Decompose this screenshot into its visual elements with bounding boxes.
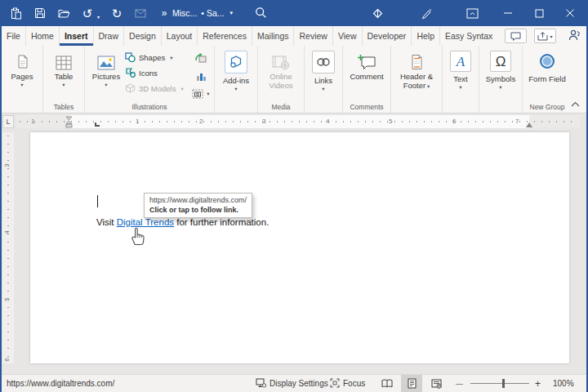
zoom-slider-track[interactable] [470, 383, 529, 384]
media-group-label: Media [271, 101, 290, 113]
table-button[interactable]: Table ▾ [46, 47, 82, 88]
email-icon [134, 7, 147, 20]
ribbon-group-header-footer: Header & Footer▾ [391, 46, 443, 113]
text-button[interactable]: A Text ▾ [445, 47, 476, 91]
maximize-button[interactable] [532, 7, 546, 20]
paste-icon[interactable] [10, 7, 23, 20]
add-ins-button[interactable]: Add-ins ▾ [217, 47, 255, 92]
illustrations-group-label: Illustrations [132, 101, 167, 113]
ribbon-tabs: File Home Insert Draw Design Layout Refe… [2, 26, 586, 46]
status-bar: https://www.digitaltrends.com/ Display S… [0, 374, 588, 392]
icons-label: Icons [139, 69, 158, 78]
header-footer-label: Header & Footer▾ [394, 72, 439, 91]
presence-icon[interactable] [568, 29, 581, 42]
document-title[interactable]: Misc... • Sa... ▾ [172, 0, 233, 26]
share-button[interactable]: ▾ [534, 29, 556, 43]
vertical-ruler[interactable]: 3 4 5 6 [2, 132, 14, 363]
tab-home[interactable]: Home [25, 26, 59, 46]
tab-design[interactable]: Design [123, 26, 161, 46]
online-videos-icon [272, 50, 290, 72]
tab-stop-marker[interactable] [95, 122, 100, 127]
chevron-down-icon: ▾ [62, 81, 65, 88]
horizontal-ruler[interactable]: 1 1 2 3 4 5 6 7 [16, 115, 580, 128]
collapse-ribbon-icon[interactable] [571, 96, 580, 110]
comments-button[interactable] [505, 29, 527, 43]
shapes-icon [125, 52, 136, 64]
tab-selector[interactable]: L [2, 115, 14, 128]
quick-access-toolbar: ↺ ▾ ↻ » [10, 0, 171, 26]
header-footer-button[interactable]: Header & Footer▾ [394, 47, 439, 91]
web-layout-button[interactable] [425, 375, 447, 392]
tab-view[interactable]: View [332, 26, 362, 46]
ribbon-group-comments: Comment Comments [343, 46, 391, 113]
redo-icon[interactable]: ↻ [110, 7, 123, 20]
undo-chevron-icon[interactable]: ▾ [97, 14, 100, 20]
read-mode-button[interactable] [376, 375, 398, 392]
ribbon-group-symbols: Ω Symbols ▾ [479, 46, 523, 113]
3d-models-label: 3D Models [139, 84, 176, 93]
diamond-icon[interactable] [371, 7, 384, 20]
online-videos-button: Online Videos [261, 47, 301, 91]
tab-layout[interactable]: Layout [161, 26, 198, 46]
shapes-button[interactable]: Shapes ▾ [125, 51, 190, 64]
print-layout-button[interactable] [401, 375, 422, 392]
tab-insert[interactable]: Insert [59, 26, 93, 46]
pages-label: Pages [11, 72, 33, 81]
open-icon[interactable] [57, 7, 70, 20]
zoom-out-button[interactable]: — [456, 375, 463, 392]
tab-draw[interactable]: Draw [93, 26, 124, 46]
chart-icon[interactable] [196, 70, 207, 85]
status-url: https://www.digitaltrends.com/ [7, 375, 114, 392]
display-settings-button[interactable]: Display Settings [256, 375, 328, 392]
tables-group-label: Tables [54, 101, 74, 113]
tooltip-url: https://www.digitaltrends.com/ [149, 195, 247, 205]
close-button[interactable] [564, 7, 577, 20]
table-icon [56, 50, 72, 72]
tab-easy-syntax[interactable]: Easy Syntax [439, 26, 497, 46]
tab-developer[interactable]: Developer [362, 26, 412, 46]
pages-icon [15, 50, 29, 72]
hyperlink-tooltip: https://www.digitaltrends.com/ Click or … [144, 193, 252, 218]
icons-button[interactable]: Icons [125, 67, 190, 79]
tab-mailings[interactable]: Mailings [252, 26, 294, 46]
ruler-ticks [7, 136, 9, 360]
zoom-slider-thumb[interactable] [502, 379, 505, 388]
document-page[interactable] [30, 132, 569, 363]
chevron-down-icon: ▾ [322, 85, 324, 92]
smartart-icon[interactable] [195, 51, 207, 66]
qat-overflow-icon[interactable]: » [158, 7, 171, 20]
chevron-down-icon: ▾ [234, 85, 237, 92]
tab-references[interactable]: References [197, 26, 252, 46]
right-indent-marker[interactable] [526, 122, 532, 127]
screenshot-icon[interactable]: ▾ [192, 89, 209, 99]
tab-help[interactable]: Help [411, 26, 439, 46]
comment-label: Comment [350, 72, 383, 81]
ribbon-group-illustrations: Pictures ▾ Shapes ▾ Icons 3D M [85, 46, 215, 113]
chevron-down-icon: ▾ [105, 81, 107, 88]
pages-button[interactable]: Pages ▾ [4, 47, 40, 88]
new-comment-icon [357, 50, 376, 72]
links-label: Links [314, 76, 332, 85]
save-icon[interactable] [33, 7, 47, 20]
symbols-button[interactable]: Ω Symbols ▾ [482, 47, 519, 91]
chevron-down-icon: ▾ [459, 83, 461, 91]
ink-pen-icon[interactable] [420, 7, 433, 20]
zoom-level[interactable]: 100% [553, 375, 574, 392]
undo-icon[interactable]: ↺ [81, 7, 94, 20]
form-field-button[interactable]: Form Field [525, 47, 569, 83]
ribbon-group-text: A Text ▾ [443, 46, 479, 113]
ribbon-display-options-icon[interactable] [466, 7, 479, 20]
tab-review[interactable]: Review [293, 26, 332, 46]
ruler-number: 5 [389, 118, 392, 125]
title-chevron-icon[interactable]: ▾ [230, 10, 234, 16]
links-button[interactable]: Links ▾ [307, 47, 340, 92]
search-icon[interactable] [255, 7, 267, 22]
minimize-button[interactable] [501, 7, 514, 20]
indent-marker[interactable] [65, 116, 73, 131]
pictures-button[interactable]: Pictures ▾ [87, 47, 125, 88]
comment-button[interactable]: Comment [345, 47, 388, 81]
focus-button[interactable]: Focus [330, 375, 365, 392]
tab-file[interactable]: File [2, 26, 25, 46]
zoom-in-button[interactable]: + [535, 375, 541, 392]
pictures-label: Pictures [92, 72, 120, 81]
